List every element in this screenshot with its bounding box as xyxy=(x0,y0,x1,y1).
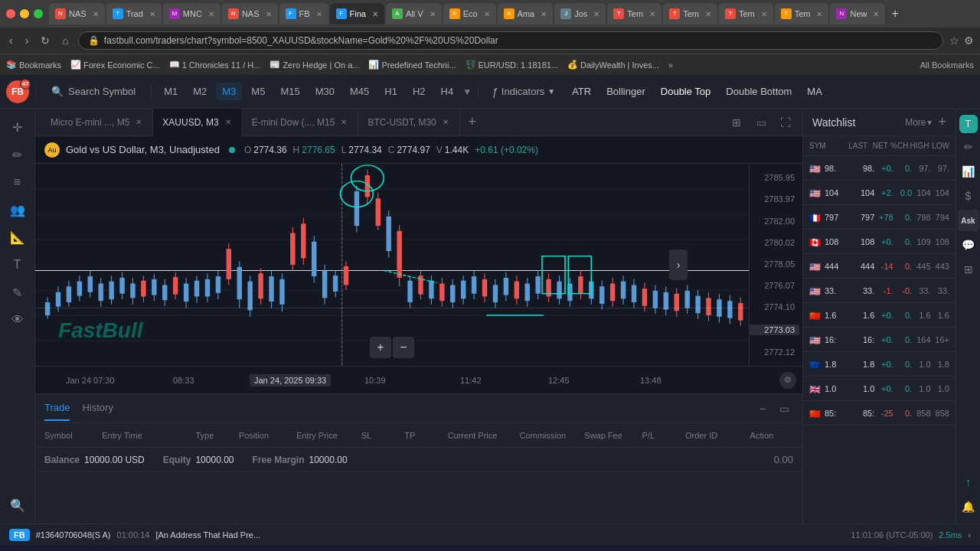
time-axis-settings-button[interactable]: ⚙ xyxy=(779,372,796,389)
sidebar-ruler-icon[interactable]: 📐 xyxy=(5,225,30,249)
panel-minimize-button[interactable]: − xyxy=(753,399,772,418)
chart-tab-add-button[interactable]: + xyxy=(460,110,485,135)
chart-drawing-area[interactable]: FastBull + − › xyxy=(35,164,749,366)
watchlist-more-button[interactable]: More ▾ xyxy=(905,117,932,128)
home-button[interactable]: ⌂ xyxy=(59,33,71,48)
close-dot[interactable] xyxy=(6,9,15,18)
chart-zoom-in-button[interactable]: + xyxy=(370,337,391,358)
tab-tem1[interactable]: TTem✕ xyxy=(607,3,662,24)
maximize-dot[interactable] xyxy=(34,9,43,18)
grid-icon[interactable]: ⊞ xyxy=(958,259,979,280)
watchlist-item-7[interactable]: 🇺🇸 16: 16: +0. 0. 164 16+ xyxy=(803,328,956,352)
tab-tem3[interactable]: TTem✕ xyxy=(719,3,773,24)
chart-bar-icon[interactable]: 📊 xyxy=(958,161,979,182)
tab-trad[interactable]: TTrad✕ xyxy=(106,3,162,24)
bollinger-button[interactable]: Bollinger xyxy=(600,83,652,100)
bell-icon[interactable]: 🔔 xyxy=(958,496,979,517)
ma-button[interactable]: MA xyxy=(801,83,828,100)
watchlist-item-4[interactable]: 🇺🇸 444 444 -14 0. 445 443 xyxy=(803,254,956,279)
minimize-dot[interactable] xyxy=(20,9,29,18)
sidebar-zoom-icon[interactable]: 🔍 xyxy=(5,493,30,517)
watchlist-item-8[interactable]: 🇪🇺 1.8 1.8 +0. 0. 1.0 1.8 xyxy=(803,352,956,377)
watchlist-item-5[interactable]: 🇺🇸 33. 33. -1. -0. 33. 33. xyxy=(803,279,956,303)
sidebar-crosshair-icon[interactable]: ✛ xyxy=(5,115,30,139)
watchlist-add-button[interactable]: + xyxy=(938,114,946,130)
timeframe-m15[interactable]: M15 xyxy=(274,83,305,100)
watchlist-item-0[interactable]: 🇺🇸 98. 98. +0. 0. 97. 97. xyxy=(803,156,956,181)
chart-fullscreen-icon[interactable]: ⛶ xyxy=(775,112,796,133)
chart-layout-single-icon[interactable]: ▭ xyxy=(750,112,772,133)
chart-canvas[interactable]: FastBull + − › 2785.95 2783.97 2782. xyxy=(35,164,802,366)
tab-allv[interactable]: AAll V✕ xyxy=(386,3,442,24)
timeframe-m5[interactable]: M5 xyxy=(245,83,271,100)
watchlist-item-9[interactable]: 🇬🇧 1.0 1.0 +0. 0. 1.0 1.0 xyxy=(803,377,956,401)
timeframe-m45[interactable]: M45 xyxy=(344,83,375,100)
reload-button[interactable]: ↻ xyxy=(38,33,53,48)
all-bookmarks[interactable]: All Bookmarks xyxy=(920,60,974,70)
watchlist-item-10[interactable]: 🇨🇳 85: 85: -25 0. 858 858 xyxy=(803,401,956,425)
watchlist-item-1[interactable]: 🇺🇸 104 104 +2. 0.0 104 104 xyxy=(803,181,956,205)
back-button[interactable]: ‹ xyxy=(6,33,16,48)
double-top-button[interactable]: Double Top xyxy=(655,83,717,100)
tab-tem2[interactable]: TTem✕ xyxy=(663,3,717,24)
timeframe-m3[interactable]: M3 xyxy=(216,83,242,100)
tab-nas1[interactable]: NNAS✕ xyxy=(49,3,105,24)
dollar-icon[interactable]: $ xyxy=(958,185,979,207)
bookmark-chronicles[interactable]: 📖 1 Chronicles 11 / H... xyxy=(169,60,261,70)
timeframe-m30[interactable]: M30 xyxy=(309,83,341,100)
timeframe-m2[interactable]: M2 xyxy=(187,83,213,100)
trade-action-green-button[interactable]: T xyxy=(959,115,978,133)
user-avatar[interactable]: FB 47 xyxy=(6,80,29,103)
tab-eco[interactable]: EEco✕ xyxy=(443,3,496,24)
chart-tab-emini-dow[interactable]: E-mini Dow (..., M15 ✕ xyxy=(243,109,359,136)
chart-tab-btcusdt[interactable]: BTC-USDT, M30 ✕ xyxy=(358,109,459,136)
tab-ama[interactable]: AAma✕ xyxy=(498,3,554,24)
sidebar-text-icon[interactable]: T xyxy=(5,253,30,277)
tab-tem4[interactable]: TTem✕ xyxy=(775,3,829,24)
timeframe-h1[interactable]: H1 xyxy=(378,83,403,100)
chart-tab-close-2[interactable]: ✕ xyxy=(339,118,348,126)
address-field[interactable]: 🔒 fastbull.com/traders/chart?symbol=8500… xyxy=(78,31,943,50)
chart-tab-close-1[interactable]: ✕ xyxy=(224,118,233,126)
timeframe-h2[interactable]: H2 xyxy=(407,83,432,100)
bottom-tab-history[interactable]: History xyxy=(82,396,113,421)
tab-fb[interactable]: FFB✕ xyxy=(279,3,328,24)
panel-restore-button[interactable]: ▭ xyxy=(775,399,793,418)
chart-zoom-out-button[interactable]: − xyxy=(393,337,414,358)
double-bottom-button[interactable]: Double Bottom xyxy=(720,83,798,100)
bookmark-star[interactable]: ☆ xyxy=(949,34,959,47)
bookmark-predefined[interactable]: 📊 Predefined Techni... xyxy=(368,60,456,70)
extensions-btn[interactable]: ⚙ xyxy=(964,34,974,47)
tab-fina[interactable]: FFina✕ xyxy=(330,3,384,24)
tab-mnc[interactable]: MMNC✕ xyxy=(163,3,220,24)
new-tab-button[interactable]: + xyxy=(887,7,903,21)
bookmarks-more[interactable]: » xyxy=(668,60,673,70)
pencil-edit-icon[interactable]: ✏ xyxy=(958,136,979,158)
bookmark-bookmarks[interactable]: 📚 Bookmarks xyxy=(6,60,61,70)
timeframe-m1[interactable]: M1 xyxy=(158,83,184,100)
timeframe-dropdown[interactable]: ▼ xyxy=(462,86,472,97)
tab-nas2[interactable]: NNAS✕ xyxy=(222,3,278,24)
timeframe-h4[interactable]: H4 xyxy=(435,83,460,100)
sidebar-lines-icon[interactable]: ≡ xyxy=(5,170,30,194)
watchlist-item-2[interactable]: 🇫🇷 797 797 +78 0. 798 794 xyxy=(803,205,956,230)
notification-next-icon[interactable]: › xyxy=(968,530,971,540)
sidebar-pencil-icon[interactable]: ✏ xyxy=(5,142,30,167)
tab-new[interactable]: NNew✕ xyxy=(830,3,885,24)
chart-tab-close-0[interactable]: ✕ xyxy=(134,118,143,126)
arrow-up-icon[interactable]: ↑ xyxy=(958,471,979,493)
search-symbol-button[interactable]: 🔍 Search Symbol xyxy=(42,83,145,100)
sidebar-people-icon[interactable]: 👥 xyxy=(5,197,30,222)
message-icon[interactable]: 💬 xyxy=(958,234,979,256)
chart-navigate-right-button[interactable]: › xyxy=(669,249,688,280)
chart-tab-micro-emini[interactable]: Micro E-mini ..., M5 ✕ xyxy=(41,109,153,136)
chart-layout-grid-icon[interactable]: ⊞ xyxy=(726,112,747,133)
bookmark-eurusd[interactable]: 💱 EUR/USD: 1.18181... xyxy=(466,60,559,70)
watchlist-item-3[interactable]: 🇨🇦 108 108 +0. 0. 109 108 xyxy=(803,230,956,254)
bookmark-dailywealth[interactable]: 💰 DailyWealth | Inves... xyxy=(567,60,659,70)
sidebar-draw-icon[interactable]: ✎ xyxy=(5,280,30,305)
ask-icon[interactable]: Ask xyxy=(958,210,979,231)
bookmark-zerohedge[interactable]: 📰 Zero Hedge | On a... xyxy=(270,60,359,70)
tab-jos[interactable]: JJos✕ xyxy=(554,3,606,24)
watchlist-item-6[interactable]: 🇨🇳 1.6 1.6 +0. 0. 1.6 1.6 xyxy=(803,303,956,328)
